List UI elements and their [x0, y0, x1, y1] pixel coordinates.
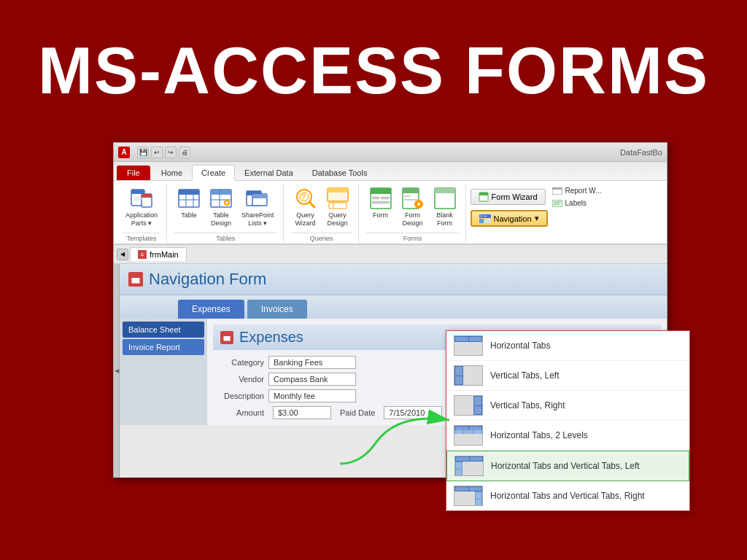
- svg-rect-3: [142, 194, 152, 198]
- navigation-button[interactable]: Navigation ▾: [471, 210, 548, 227]
- subform-title-icon: [220, 331, 233, 344]
- sharepoint-label: SharePointLists ▾: [241, 211, 274, 228]
- ribbon-item-table[interactable]: Table: [174, 185, 204, 221]
- app-parts-label: ApplicationParts ▾: [125, 211, 158, 228]
- tab-create[interactable]: Create: [192, 165, 235, 181]
- tab-home[interactable]: Home: [152, 165, 192, 180]
- form-wizard-button[interactable]: Form Wizard: [471, 189, 546, 205]
- ribbon-item-table-design[interactable]: TableDesign: [206, 185, 236, 229]
- svg-rect-36: [403, 188, 419, 193]
- ribbon-item-form-design[interactable]: FormDesign: [398, 185, 427, 229]
- nav-prev-arrow[interactable]: ◀: [117, 249, 128, 260]
- ribbon-item-query-wizard[interactable]: ? QueryWizard: [291, 185, 320, 229]
- queries-group-label: Queries: [291, 233, 352, 242]
- table-design-label: TableDesign: [211, 211, 231, 228]
- v-tabs-right-label: Vertical Tabs, Right: [490, 400, 565, 411]
- doc-tab-icon: ≡: [138, 250, 147, 259]
- report-btn-1[interactable]: Report W...: [549, 185, 605, 196]
- hv-right-layout-icon: [454, 486, 483, 506]
- navigation-dropdown: Horizontal Tabs Vertical Tabs, Left: [446, 330, 690, 511]
- svg-rect-55: [484, 219, 491, 223]
- h-tabs-layout-icon: [454, 335, 483, 356]
- table-icon: [177, 187, 201, 210]
- svg-rect-53: [484, 215, 487, 217]
- ribbon-group-tables: Table TableDesign: [169, 184, 284, 244]
- nav-panel: ◀: [114, 264, 120, 478]
- svg-rect-48: [552, 200, 562, 207]
- dropdown-item-horizontal-tabs[interactable]: Horizontal Tabs: [446, 331, 689, 361]
- svg-rect-27: [328, 188, 348, 192]
- tables-group-label: Tables: [174, 233, 277, 242]
- labels-icon: [552, 200, 562, 207]
- form-wizard-icon: [479, 192, 489, 202]
- query-wizard-icon: ?: [294, 187, 317, 210]
- labels-btn[interactable]: Labels: [549, 198, 605, 209]
- navigation-label: Navigation: [494, 214, 532, 223]
- svg-rect-59: [223, 334, 231, 336]
- templates-group-label: Templates: [123, 233, 160, 242]
- form-label: Form: [373, 211, 388, 219]
- doc-tab-frmmain[interactable]: ≡ frmMain: [130, 247, 187, 261]
- v-tabs-right-layout-icon: [454, 395, 483, 416]
- ribbon-item-form[interactable]: Form: [366, 185, 395, 221]
- page-title: MS-ACCESS FORMS: [38, 34, 709, 109]
- svg-rect-52: [480, 215, 483, 217]
- title-area: MS-ACCESS FORMS: [0, 0, 747, 142]
- svg-rect-28: [329, 203, 347, 209]
- tab-database-tools[interactable]: Database Tools: [303, 165, 377, 180]
- category-value[interactable]: Banking Fees: [268, 356, 356, 369]
- save-icon[interactable]: 💾: [137, 147, 149, 158]
- ribbon-group-tables-items: Table TableDesign: [174, 185, 277, 233]
- undo-icon[interactable]: ↩: [151, 147, 163, 158]
- tab-file[interactable]: File: [117, 166, 150, 180]
- ribbon-item-sharepoint[interactable]: SharePointLists ▾: [239, 185, 277, 229]
- table-label: Table: [181, 211, 197, 219]
- dropdown-item-hv-right[interactable]: Horizontal Tabs and Vertical Tabs, Right: [446, 481, 689, 510]
- vendor-label: Vendor: [213, 375, 264, 384]
- ribbon-right-small: Report W... Labels: [549, 185, 605, 209]
- nav-collapse-arrow[interactable]: ◀: [115, 368, 119, 374]
- doc-tab-label: frmMain: [150, 250, 179, 259]
- navigation-layout-icon: [479, 214, 491, 223]
- print-icon[interactable]: 🖨: [179, 147, 190, 158]
- form-tab-expenses[interactable]: Expenses: [178, 300, 244, 319]
- svg-rect-32: [372, 197, 379, 199]
- svg-rect-38: [404, 199, 417, 201]
- paid-date-value[interactable]: 7/15/2010: [384, 406, 442, 419]
- form-design-label: FormDesign: [403, 211, 423, 228]
- paid-date-label: Paid Date: [340, 408, 375, 417]
- left-nav-invoice-report[interactable]: Invoice Report: [123, 339, 204, 355]
- ribbon-group-forms-items: Form FormDesign: [366, 185, 460, 233]
- ribbon-item-blank-form[interactable]: BlankForm: [430, 185, 460, 229]
- vendor-value[interactable]: Compass Bank: [268, 373, 356, 386]
- ribbon-item-app-parts[interactable]: ApplicationParts ▾: [123, 185, 160, 229]
- svg-rect-43: [435, 188, 455, 193]
- expenses-subform-title: Expenses: [239, 329, 303, 346]
- dropdown-item-vertical-tabs-right[interactable]: Vertical Tabs, Right: [446, 391, 689, 421]
- tab-external-data[interactable]: External Data: [235, 165, 303, 180]
- query-wizard-label: QueryWizard: [295, 211, 316, 228]
- form-header: Navigation Form: [120, 264, 667, 295]
- dropdown-item-vertical-tabs-left[interactable]: Vertical Tabs, Left: [446, 361, 689, 391]
- redo-icon[interactable]: ↪: [165, 147, 177, 158]
- h-tabs-2-layout-icon: [454, 425, 483, 446]
- amount-value[interactable]: $3.00: [273, 406, 331, 419]
- app-parts-icon: [130, 187, 153, 210]
- ribbon-item-query-design[interactable]: QueryDesign: [323, 185, 352, 229]
- h-tabs-2-label: Horizontal Tabs, 2 Levels: [490, 430, 588, 440]
- v-tabs-left-layout-icon: [454, 365, 483, 386]
- left-nav-balance-sheet[interactable]: Balance Sheet: [123, 322, 204, 338]
- description-value[interactable]: Monthly fee: [268, 389, 356, 402]
- svg-rect-57: [131, 275, 140, 278]
- dropdown-item-h-tabs-2levels[interactable]: Horizontal Tabs, 2 Levels: [446, 421, 689, 451]
- dropdown-item-hv-left[interactable]: Horizontal Tabs and Vertical Tabs, Left: [446, 451, 689, 481]
- sharepoint-icon: [246, 187, 269, 210]
- hv-left-label: Horizontal Tabs and Vertical Tabs, Left: [491, 461, 640, 471]
- ribbon-content: ApplicationParts ▾ Templates: [114, 181, 667, 245]
- category-label: Category: [213, 358, 264, 367]
- ribbon-tabs: File Home Create External Data Database …: [114, 162, 667, 181]
- report-label: Report W...: [565, 187, 602, 195]
- hv-right-label: Horizontal Tabs and Vertical Tabs, Right: [490, 491, 645, 501]
- description-label: Description: [213, 392, 264, 400]
- form-tab-invoices[interactable]: Invoices: [247, 300, 307, 319]
